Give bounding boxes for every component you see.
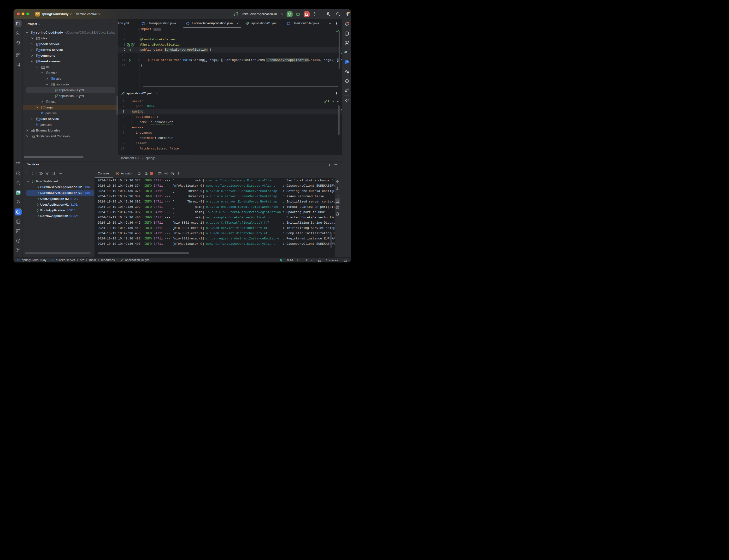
svg-text:6: 6 bbox=[307, 14, 309, 16]
svg-text:?: ? bbox=[19, 33, 20, 35]
